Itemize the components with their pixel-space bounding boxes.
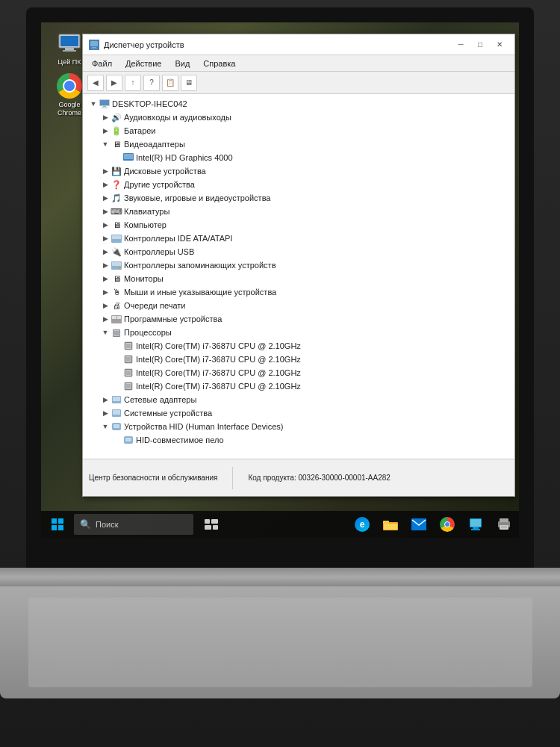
properties-button[interactable]: 📋: [162, 75, 178, 91]
status-right: Код продукта: 00326-30000-00001-AA282: [248, 474, 390, 482]
up-button[interactable]: ↑: [125, 75, 141, 91]
audio-toggle[interactable]: ▶: [101, 113, 110, 122]
print-toggle[interactable]: ▶: [101, 301, 110, 310]
tree-item-cpu[interactable]: ▼ Процессоры: [83, 326, 514, 339]
keyboard-icon: ⌨: [111, 206, 122, 217]
menu-view[interactable]: Вид: [169, 58, 196, 69]
taskbar-settings[interactable]: [464, 512, 488, 536]
tree-item-network[interactable]: ▶ Сетевые адаптеры: [83, 393, 514, 406]
taskbar-printer[interactable]: [492, 512, 516, 536]
usb-label: Контроллеры USB: [124, 247, 194, 256]
cpu3-label: Intel(R) Core(TM) i7-3687U CPU @ 2.10GHz: [136, 368, 301, 377]
forward-button[interactable]: ▶: [106, 75, 122, 91]
tree-item-storage[interactable]: ▶ Контроллеры запоминающих устройств: [83, 258, 514, 272]
disk-toggle[interactable]: ▶: [101, 167, 110, 176]
start-button[interactable]: [44, 511, 71, 538]
ide-icon: [111, 233, 122, 244]
menu-help[interactable]: Справка: [197, 58, 241, 69]
tree-item-audio[interactable]: ▶ 🔊 Аудиовходы и аудиовыходы: [83, 111, 514, 124]
software-toggle[interactable]: ▶: [101, 314, 110, 323]
tree-item-other[interactable]: ▶ ❓ Другие устройства: [83, 178, 514, 191]
tree-item-software[interactable]: ▶ Программные устройства: [83, 312, 514, 326]
tree-item-cpu2[interactable]: Intel(R) Core(TM) i7-3687U CPU @ 2.10GHz: [83, 353, 514, 366]
tree-item-monitors[interactable]: ▶ 🖥 Мониторы: [83, 272, 514, 285]
taskbar: 🔍 Поиск e: [41, 511, 519, 538]
storage-toggle[interactable]: ▶: [101, 261, 110, 270]
other-icon: ❓: [111, 179, 122, 190]
svg-rect-11: [102, 108, 108, 108]
battery-toggle[interactable]: ▶: [101, 126, 110, 135]
svg-rect-6: [92, 47, 96, 48]
tree-item-cpu1[interactable]: Intel(R) Core(TM) i7-3687U CPU @ 2.10GHz: [83, 339, 514, 353]
tree-item-system[interactable]: ▶ Системные устройства: [83, 406, 514, 420]
computer-node-icon: 🖥: [111, 220, 122, 230]
minimize-button[interactable]: ─: [452, 37, 470, 52]
maximize-button[interactable]: □: [471, 37, 489, 52]
svg-rect-36: [126, 384, 131, 388]
task-view-button[interactable]: [199, 512, 223, 536]
tree-item-battery[interactable]: ▶ 🔋 Батареи: [83, 124, 514, 137]
display-child-toggle: [113, 153, 122, 162]
ide-toggle[interactable]: ▶: [101, 234, 110, 243]
usb-toggle[interactable]: ▶: [101, 247, 110, 256]
taskbar-edge[interactable]: e: [350, 512, 374, 536]
svg-rect-1: [60, 36, 78, 46]
device-tree[interactable]: ▼ DESKTOP-IHEC042 ▶ 🔊 Аудиовходы и аудио…: [83, 94, 514, 459]
svg-rect-59: [470, 519, 481, 527]
cpu-label: Процессоры: [124, 328, 172, 337]
tree-item-display-child[interactable]: Intel(R) HD Graphics 4000: [83, 151, 514, 164]
taskbar-explorer[interactable]: [379, 512, 402, 536]
svg-rect-53: [213, 525, 218, 530]
toolbar: ◀ ▶ ↑ ? 📋 🖥: [83, 72, 514, 94]
menu-file[interactable]: Файл: [86, 58, 118, 69]
help-button[interactable]: ?: [143, 75, 160, 91]
tree-root[interactable]: ▼ DESKTOP-IHEC042: [83, 97, 514, 111]
screen-bezel: Цей ПК GoogleChrome: [26, 7, 534, 568]
keyboard-label: Клавиатуры: [124, 207, 169, 216]
system-toggle[interactable]: ▶: [101, 409, 110, 418]
mouse-toggle[interactable]: ▶: [101, 288, 110, 297]
tree-item-cpu4[interactable]: Intel(R) Core(TM) i7-3687U CPU @ 2.10GHz: [83, 379, 514, 393]
tree-item-computer[interactable]: ▶ 🖥 Компьютер: [83, 218, 514, 232]
software-icon: [111, 314, 122, 324]
monitors-label: Мониторы: [124, 274, 164, 283]
tree-item-disk[interactable]: ▶ 💾 Дисковые устройства: [83, 164, 514, 178]
cpu2-label: Intel(R) Core(TM) i7-3687U CPU @ 2.10GHz: [136, 355, 301, 364]
window-title-left: Диспетчер устройств: [89, 40, 184, 50]
keyboard-toggle[interactable]: ▶: [101, 207, 110, 216]
chrome-desktop-icon: [56, 72, 83, 99]
window-title-icon: [89, 40, 99, 50]
tree-item-sound[interactable]: ▶ 🎵 Звуковые, игровые и видеоустройства: [83, 191, 514, 205]
more-button[interactable]: 🖥: [181, 75, 197, 91]
sound-toggle[interactable]: ▶: [101, 193, 110, 202]
search-bar[interactable]: 🔍 Поиск: [74, 514, 193, 535]
root-toggle[interactable]: ▼: [89, 99, 98, 108]
tree-item-display[interactable]: ▼ 🖥 Видеоадаптеры: [83, 137, 514, 151]
cpu4-icon: [123, 381, 134, 391]
cpu-toggle[interactable]: ▼: [101, 328, 110, 337]
other-toggle[interactable]: ▶: [101, 180, 110, 189]
tree-item-print[interactable]: ▶ 🖨 Очереди печати: [83, 299, 514, 312]
computer-toggle[interactable]: ▶: [101, 220, 110, 229]
monitors-toggle[interactable]: ▶: [101, 274, 110, 283]
close-button[interactable]: ✕: [491, 37, 508, 52]
taskbar-mail[interactable]: [407, 512, 431, 536]
tree-item-keyboard[interactable]: ▶ ⌨ Клавиатуры: [83, 205, 514, 218]
taskbar-chrome[interactable]: [435, 512, 459, 536]
tree-item-mouse[interactable]: ▶ 🖱 Мыши и иные указывающие устройства: [83, 285, 514, 299]
svg-rect-5: [90, 41, 98, 46]
tree-item-hid[interactable]: ▼ Устройства HID (Human Interface Device…: [83, 420, 514, 433]
hid-toggle[interactable]: ▼: [101, 422, 110, 431]
svg-rect-24: [114, 331, 119, 335]
tree-item-usb[interactable]: ▶ 🔌 Контроллеры USB: [83, 245, 514, 258]
back-button[interactable]: ◀: [87, 75, 104, 91]
svg-rect-9: [100, 100, 109, 105]
this-pc-label: Цей ПК: [58, 58, 81, 66]
hid-child-label: HID-совместимое пело: [136, 436, 224, 444]
tree-item-hid-child[interactable]: HID-совместимое пело: [83, 433, 514, 447]
tree-item-cpu3[interactable]: Intel(R) Core(TM) i7-3687U CPU @ 2.10GHz: [83, 366, 514, 379]
network-toggle[interactable]: ▶: [101, 395, 110, 404]
display-toggle[interactable]: ▼: [101, 140, 110, 149]
menu-action[interactable]: Действие: [119, 58, 167, 69]
tree-item-ide[interactable]: ▶ Контроллеры IDE ATA/ATAPI: [83, 232, 514, 245]
